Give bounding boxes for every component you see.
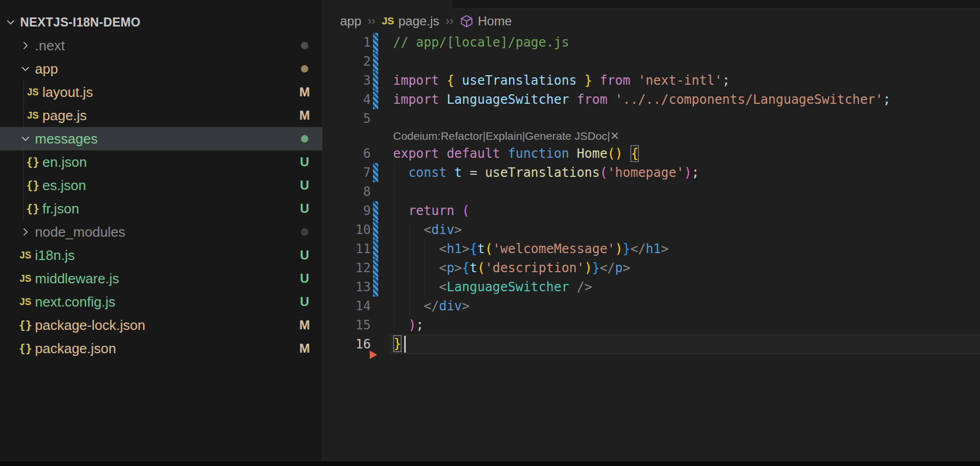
chevron-down-icon — [19, 61, 32, 76]
token-s: '../../components/LanguageSwitcher' — [615, 92, 883, 107]
git-status-badge: M — [299, 108, 310, 123]
explorer-root-row[interactable]: NEXTJS-I18N-DEMO — [0, 11, 322, 34]
token-p — [439, 73, 447, 88]
token-p — [393, 261, 439, 275]
gutter-spacer — [373, 109, 378, 128]
token-bo: ) — [408, 318, 416, 333]
token-bb: } — [592, 261, 600, 275]
line-number[interactable]: 8 — [323, 184, 371, 199]
token-p — [439, 146, 447, 161]
chevron-right-icon — [19, 225, 32, 239]
line-number[interactable]: 11 — [323, 241, 371, 256]
token-p — [393, 165, 408, 180]
gutter-spacer — [373, 182, 378, 201]
chevron-right-icon — [20, 40, 31, 51]
json-file-icon: {} — [19, 318, 32, 333]
token-p — [393, 318, 408, 333]
code-text[interactable]: const t = useTranslations('homepage'); — [393, 165, 699, 180]
tree-file-page.js[interactable]: JSpage.jsM — [0, 104, 322, 127]
breadcrumb-item-file[interactable]: JS page.js — [382, 14, 440, 29]
gutter-spacer — [373, 316, 378, 335]
line-number[interactable]: 2 — [323, 54, 371, 69]
token-mbg: } — [393, 335, 402, 352]
token-p — [608, 92, 615, 107]
line-number[interactable]: 1 — [323, 35, 371, 50]
code-line-2: 2 — [323, 52, 980, 71]
token-p — [577, 73, 584, 88]
current-line-highlight — [389, 335, 980, 354]
token-tg: h1 — [646, 241, 661, 256]
window-bottom-edge — [0, 461, 980, 466]
token-p — [393, 241, 439, 256]
tree-file-es.json[interactable]: {}es.jsonU — [0, 174, 322, 197]
code-text[interactable]: <h1>{t('welcomeMessage')}</h1> — [393, 241, 669, 256]
token-k: import — [393, 92, 439, 107]
codelens-close-icon[interactable]: ✕ — [610, 130, 620, 142]
code-text[interactable]: import { useTranslations } from 'next-in… — [393, 73, 730, 88]
code-text[interactable]: return ( — [393, 203, 470, 218]
token-a: > — [661, 241, 669, 256]
code-text[interactable]: // app/[locale]/page.js — [393, 35, 569, 50]
codelens-action[interactable]: Generate JSDoc — [525, 130, 607, 142]
code-text[interactable]: <p>{t('description')}</p> — [393, 261, 630, 275]
codelens-action[interactable]: Explain — [486, 130, 522, 142]
line-number[interactable]: 10 — [323, 222, 371, 237]
tree-file-next.config.js[interactable]: JSnext.config.jsU — [0, 290, 322, 313]
token-f: useTranslations — [485, 165, 600, 180]
line-number[interactable]: 3 — [323, 73, 371, 88]
tree-file-middleware.js[interactable]: JSmiddleware.jsU — [0, 267, 322, 290]
line-number[interactable]: 12 — [323, 261, 371, 275]
token-p — [630, 73, 638, 88]
line-number[interactable]: 16 — [323, 337, 371, 352]
code-text[interactable]: </div> — [393, 299, 470, 313]
line-number[interactable]: 13 — [323, 280, 371, 294]
tree-folder-node_modules[interactable]: node_modules — [0, 220, 322, 244]
code-text[interactable]: <LanguageSwitcher /> — [393, 280, 592, 294]
tree-folder-messages[interactable]: messages — [0, 127, 322, 150]
tree-file-package-lock.json[interactable]: {}package-lock.jsonM — [0, 313, 322, 337]
line-number[interactable]: 9 — [323, 203, 371, 218]
line-number[interactable]: 14 — [323, 299, 371, 313]
git-status-dot — [301, 135, 308, 142]
tree-file-i18n.js[interactable]: JSi18n.jsU — [0, 244, 322, 267]
token-s: 'homepage' — [608, 165, 684, 180]
line-number[interactable]: 4 — [323, 92, 371, 107]
tree-item-label: package-lock.json — [35, 317, 145, 334]
token-bg: ) — [615, 241, 622, 256]
token-k: return — [408, 203, 455, 218]
json-file-icon: {} — [26, 201, 39, 216]
code-line-1: 1// app/[locale]/page.js — [323, 33, 980, 52]
code-text[interactable]: ); — [393, 318, 424, 333]
tree-file-en.json[interactable]: {}en.jsonU — [0, 150, 322, 174]
active-tab[interactable] — [323, 0, 452, 10]
line-number[interactable]: 5 — [323, 111, 371, 126]
gutter-modified-indicator — [373, 52, 378, 71]
code-text[interactable]: export default function Home() { — [393, 146, 639, 161]
json-file-icon: {} — [26, 155, 39, 169]
token-v: LanguageSwitcher — [447, 92, 569, 107]
line-number[interactable]: 6 — [323, 146, 371, 161]
json-file-icon: {} — [19, 341, 32, 356]
code-line-14: 14 </div> — [323, 297, 980, 316]
code-text[interactable]: } — [393, 336, 406, 353]
tree-folder-app[interactable]: app — [0, 57, 322, 80]
line-number[interactable]: 7 — [323, 165, 371, 180]
breadcrumb-item-symbol[interactable]: Home — [460, 14, 512, 29]
token-a: > — [623, 261, 630, 275]
code-text[interactable]: import LanguageSwitcher from '../../comp… — [393, 92, 890, 107]
tree-folder-.next[interactable]: .next — [0, 34, 322, 57]
code-text[interactable]: <div> — [393, 222, 462, 237]
tree-file-layout.js[interactable]: JSlayout.jsM — [0, 80, 322, 104]
token-p: ; — [416, 318, 423, 333]
tab-bar — [323, 0, 980, 9]
tree-file-package.json[interactable]: {}package.jsonM — [0, 337, 322, 360]
token-bg: () — [608, 146, 623, 161]
tree-item-label: es.json — [42, 177, 86, 194]
codelens-action[interactable]: Refactor — [441, 130, 483, 142]
line-number[interactable]: 15 — [323, 318, 371, 333]
token-bg: ) — [584, 261, 592, 275]
token-a: > — [462, 299, 469, 313]
tree-file-fr.json[interactable]: {}fr.jsonU — [0, 197, 322, 220]
tree-item-label: messages — [35, 131, 98, 147]
breadcrumb-item-app[interactable]: app — [340, 14, 361, 29]
